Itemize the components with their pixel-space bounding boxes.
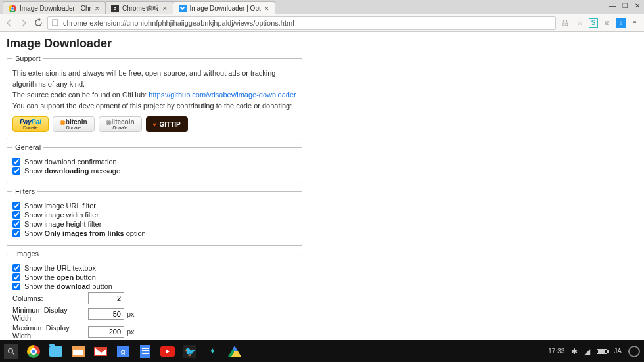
tab-3[interactable]: Image Downloader | Opt ✕: [173, 1, 275, 14]
minimize-button[interactable]: —: [609, 2, 616, 9]
page-title: Image Downloader: [7, 37, 637, 51]
cast-icon[interactable]: ⎚: [602, 18, 612, 28]
heart-icon: ♥: [153, 121, 157, 128]
webstore-icon[interactable]: [71, 344, 85, 359]
links-only-option[interactable]: Show Only images from links option: [12, 229, 296, 237]
drive-icon[interactable]: [227, 344, 242, 359]
svg-point-1: [9, 348, 13, 353]
checkbox[interactable]: [12, 158, 20, 166]
close-icon[interactable]: ✕: [95, 5, 100, 12]
chrome-app-icon[interactable]: [26, 344, 41, 359]
wifi-off-icon: ✱: [571, 347, 578, 356]
svg-rect-0: [53, 20, 58, 26]
url-textbox-option[interactable]: Show the URL textbox: [12, 264, 296, 272]
support-legend: Support: [12, 55, 43, 62]
github-link[interactable]: https://github.com/vdsabev/image-downloa…: [149, 91, 296, 99]
checkbox[interactable]: [12, 273, 20, 281]
forward-button: [18, 18, 29, 28]
checkbox[interactable]: [12, 283, 20, 290]
back-button: [4, 18, 14, 28]
show-downloading-option[interactable]: Show downloading message: [12, 167, 296, 175]
app-icon[interactable]: ✦: [205, 344, 219, 359]
star-icon[interactable]: ☆: [574, 18, 585, 28]
images-legend: Images: [12, 250, 41, 258]
min-width-row: Minimum Display Width: px: [12, 306, 296, 322]
paypal-button[interactable]: PayPal Donate: [12, 116, 49, 132]
page-icon: [52, 19, 59, 26]
ext-icon[interactable]: 品: [560, 18, 570, 28]
download-icon[interactable]: ↓: [616, 18, 626, 28]
site-icon: 5: [111, 5, 119, 12]
columns-row: Columns:: [12, 292, 296, 304]
ime-indicator: JA: [614, 348, 622, 355]
browser-toolbar: chrome-extension://cnpniohnfphhjihaiigge…: [0, 14, 644, 32]
search-icon[interactable]: [4, 344, 18, 359]
reload-button[interactable]: [33, 18, 43, 28]
gmail-icon[interactable]: [93, 344, 108, 359]
wifi-icon: ◢: [584, 347, 590, 356]
checkbox[interactable]: [12, 202, 20, 210]
window-controls: — ❐ ✕: [609, 2, 640, 9]
menu-icon[interactable]: ≡: [630, 18, 640, 28]
gittip-button[interactable]: ♥GITTIP: [146, 116, 188, 132]
general-section: General Show download confirmation Show …: [7, 143, 302, 183]
downloader-icon: [179, 5, 187, 12]
user-icon: [628, 346, 640, 357]
donate-row: PayPal Donate ◉bitcoin Donate ◉litecoin …: [12, 116, 296, 132]
os-taskbar: g 🐦 ✦ 17:33 ✱ ◢ JA: [0, 340, 644, 362]
ext-s-icon[interactable]: S: [589, 18, 598, 28]
docs-icon[interactable]: [138, 344, 152, 359]
general-legend: General: [12, 143, 43, 151]
youtube-icon[interactable]: [160, 344, 175, 359]
max-width-row: Maximum Display Width: px: [12, 324, 296, 340]
open-button-option[interactable]: Show the open button: [12, 273, 296, 281]
bitcoin-button[interactable]: ◉bitcoin Donate: [53, 116, 95, 132]
columns-input[interactable]: [88, 292, 124, 304]
max-width-input[interactable]: [88, 326, 124, 338]
checkbox[interactable]: [12, 211, 20, 219]
tab-title: Chrome速報: [122, 4, 159, 13]
close-icon[interactable]: ✕: [162, 5, 168, 12]
filters-legend: Filters: [12, 187, 37, 195]
max-width-label: Maximum Display Width:: [12, 324, 88, 340]
address-bar[interactable]: chrome-extension://cnpniohnfphhjihaiigge…: [47, 16, 556, 30]
width-filter-option[interactable]: Show image width filter: [12, 211, 296, 219]
url-filter-option[interactable]: Show image URL filter: [12, 202, 296, 210]
files-app-icon[interactable]: [49, 344, 63, 359]
extension-icons: 品 ☆ S ⎚ ↓ ≡: [560, 18, 640, 28]
support-section: Support This extension is and always wil…: [7, 55, 302, 139]
maximize-button[interactable]: ❐: [622, 2, 628, 9]
min-width-label: Minimum Display Width:: [12, 306, 88, 322]
tab-1[interactable]: Image Downloader - Chr ✕: [3, 1, 106, 14]
filters-section: Filters Show image URL filter Show image…: [7, 187, 302, 246]
checkbox[interactable]: [12, 167, 20, 175]
tweetdeck-icon[interactable]: 🐦: [183, 344, 197, 359]
columns-label: Columns:: [12, 294, 88, 302]
checkbox[interactable]: [12, 220, 20, 228]
browser-tabstrip: Image Downloader - Chr ✕ 5 Chrome速報 ✕ Im…: [0, 0, 644, 14]
battery-icon: [597, 349, 607, 354]
tab-2[interactable]: 5 Chrome速報 ✕: [105, 1, 173, 14]
height-filter-option[interactable]: Show image height filter: [12, 220, 296, 228]
min-width-input[interactable]: [88, 308, 124, 320]
show-confirmation-option[interactable]: Show download confirmation: [12, 158, 296, 166]
download-button-option[interactable]: Show the download button: [12, 283, 296, 290]
clock: 17:33: [548, 348, 564, 355]
close-icon[interactable]: ✕: [264, 5, 269, 12]
google-search-icon[interactable]: g: [116, 344, 130, 359]
litecoin-button[interactable]: ◉litecoin Donate: [99, 116, 142, 132]
chrome-icon: [9, 5, 16, 12]
url-text: chrome-extension://cnpniohnfphhjihaiigge…: [63, 19, 294, 27]
support-text: This extension is and always will be fre…: [12, 68, 296, 111]
tab-title: Image Downloader | Opt: [190, 5, 261, 12]
checkbox[interactable]: [12, 264, 20, 272]
page-content: Image Downloader Support This extension …: [0, 32, 644, 362]
close-button[interactable]: ✕: [635, 2, 640, 9]
tab-title: Image Downloader - Chr: [20, 5, 91, 12]
status-tray[interactable]: 17:33 ✱ ◢ JA: [548, 346, 640, 357]
checkbox[interactable]: [12, 229, 20, 237]
